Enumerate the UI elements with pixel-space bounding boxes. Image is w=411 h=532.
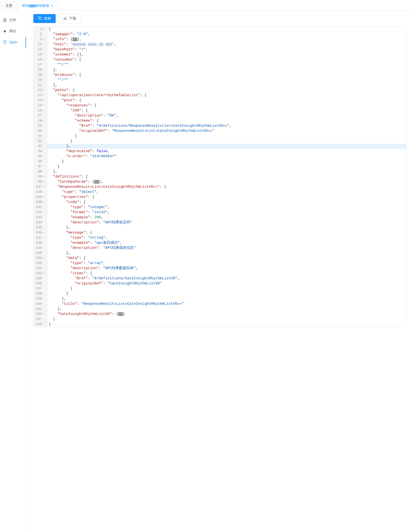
code-area[interactable]: { "swagger": "2.0", "info": {↔}, "host":… [47, 27, 406, 327]
document-icon [3, 18, 7, 22]
gutter-line: 22▾ [34, 88, 46, 93]
copy-button[interactable]: 复制 [33, 14, 56, 23]
code-line: "$ref": "#/definitions/CateInsightRhythm… [49, 276, 404, 281]
code-line: "description": "API结果状态码" [49, 220, 404, 225]
code-line: }, [49, 169, 404, 174]
copy-icon [38, 16, 42, 21]
fold-marker-icon[interactable]: ▾ [43, 98, 45, 103]
code-line: "description": "API结果描述信息" [49, 245, 404, 250]
fold-marker-icon[interactable]: ▾ [43, 72, 45, 77]
sidebar-item-open[interactable]: Open [0, 37, 26, 48]
gutter-line: 23▾ [34, 93, 46, 98]
code-line: "deprecated": false, [49, 149, 404, 154]
gutter-line: 19▾ [34, 72, 46, 77]
code-line: "post": { [49, 98, 404, 103]
code-line: "schema": { [49, 118, 404, 123]
fold-marker-icon[interactable]: ▾ [43, 88, 45, 93]
gutter-line: 16▾ [34, 57, 46, 62]
code-line: } [49, 317, 404, 322]
gutter-line: 20 [34, 77, 46, 83]
fold-marker-icon[interactable]: ▾ [43, 256, 45, 261]
gutter-line: 153 [34, 266, 46, 271]
fold-badge-icon[interactable]: ↔ [94, 180, 99, 184]
code-line: "*/*" [49, 62, 404, 67]
fold-marker-icon[interactable]: ▸ [43, 312, 45, 317]
gutter-line: 139▾ [34, 195, 46, 200]
code-line: "*/*" [49, 77, 404, 83]
gutter-line: 35 [34, 154, 46, 159]
code-line: } [49, 286, 404, 291]
fold-marker-icon[interactable]: ▾ [43, 195, 45, 200]
fold-marker-icon[interactable]: ▾ [43, 230, 45, 235]
gutter-line: 36 [34, 159, 46, 164]
gutter-line: 26▾ [34, 108, 46, 113]
gutter-line: 151▾ [34, 256, 46, 261]
fold-marker-icon[interactable]: ▾ [43, 27, 45, 32]
code-line: "CateOpsParam": {↔}, [49, 179, 404, 184]
gutter-line: 27 [34, 113, 46, 118]
code-line: "/api/operations/cate/rhythmTableList": … [49, 93, 404, 98]
gutter-line: 161 [34, 306, 46, 312]
fold-badge-icon[interactable]: ↔ [118, 312, 123, 316]
gutter-line: 28▾ [34, 118, 46, 123]
code-line: "host": "▮▮▮▮▮▮ ▮▮▮▮ ▮▮ ▮▮▮", [49, 42, 404, 47]
bug-icon [3, 29, 7, 33]
gutter-line: 37 [34, 164, 46, 169]
fold-marker-icon[interactable]: ▾ [43, 200, 45, 205]
gutter-line: 17 [34, 62, 46, 67]
fold-marker-icon[interactable]: ▸ [43, 37, 45, 42]
code-line: "originalRef": "ResponseResult«List«Cate… [49, 128, 404, 133]
code-line: }, [49, 225, 404, 230]
tab-bar: 主页 获取▮▮▮▮表格数据 ✕ [0, 0, 411, 11]
code-line: }, [49, 306, 404, 312]
code-line: "type": "array", [49, 261, 404, 266]
fold-marker-icon[interactable]: ▾ [43, 57, 45, 62]
fold-marker-icon[interactable]: ▸ [43, 179, 45, 184]
sidebar: 文档 调试 Open [0, 11, 26, 532]
code-line: "ResponseResult«List«CateInsightRhythmLi… [49, 184, 404, 190]
sidebar-debug-label: 调试 [9, 29, 16, 33]
gutter-line: 247 [34, 317, 46, 322]
gutter-line: 159 [34, 296, 46, 301]
code-line: "x-order": "2147483647" [49, 154, 404, 159]
fold-marker-icon[interactable]: ▾ [43, 103, 45, 108]
tab-home[interactable]: 主页 [1, 1, 17, 10]
code-line: "$ref": "#/definitions/ResponseResult«Li… [49, 123, 404, 128]
code-line: "paths": { [49, 88, 404, 93]
code-line: } [49, 133, 404, 139]
code-line: "responses": { [49, 103, 404, 108]
code-editor[interactable]: 1▾23▸13141516▾171819▾202122▾23▾24▾25▾26▾… [33, 26, 406, 327]
code-line: "CateInsightRhythmListVO": {↔} [49, 312, 404, 317]
fold-marker-icon[interactable]: ▾ [43, 184, 45, 190]
code-line: }, [47, 144, 406, 149]
fold-marker-icon[interactable]: ▾ [43, 174, 45, 179]
code-line: ], [49, 67, 404, 72]
sidebar-item-doc[interactable]: 文档 [0, 15, 26, 26]
gutter-line: 147 [34, 235, 46, 240]
download-label: 下载 [69, 16, 76, 21]
gutter-line: 3▸ [34, 37, 46, 42]
gutter-line: 39▾ [34, 174, 46, 179]
code-line: "swagger": "2.0", [49, 32, 404, 37]
code-line: "title": "ResponseResult«List«CateInsigh… [49, 301, 404, 306]
code-line: "description": "API结果数据实体", [49, 266, 404, 271]
sidebar-item-debug[interactable]: 调试 [0, 26, 26, 37]
gutter-line: 138 [34, 190, 46, 195]
gutter-line: 158 [34, 291, 46, 296]
gutter-line: 137▾ [34, 184, 46, 190]
gutter-line: 34 [34, 149, 46, 154]
fold-marker-icon[interactable]: ▾ [43, 118, 45, 123]
copy-label: 复制 [44, 16, 51, 21]
fold-marker-icon[interactable]: ▾ [43, 93, 45, 98]
download-button[interactable]: 下载 [59, 14, 81, 23]
code-line: "type": "object", [49, 190, 404, 195]
close-icon[interactable]: ✕ [51, 4, 53, 8]
fold-marker-icon[interactable]: ▾ [43, 108, 45, 113]
toolbar: 复制 下载 [33, 14, 406, 23]
gutter-line: 30 [34, 128, 46, 133]
gutter-line: 15 [34, 52, 46, 57]
fold-badge-icon[interactable]: ↔ [73, 38, 77, 41]
gutter-line: 146▾ [34, 230, 46, 235]
fold-marker-icon[interactable]: ▾ [43, 271, 45, 276]
tab-active[interactable]: 获取▮▮▮▮表格数据 ✕ [18, 1, 58, 11]
